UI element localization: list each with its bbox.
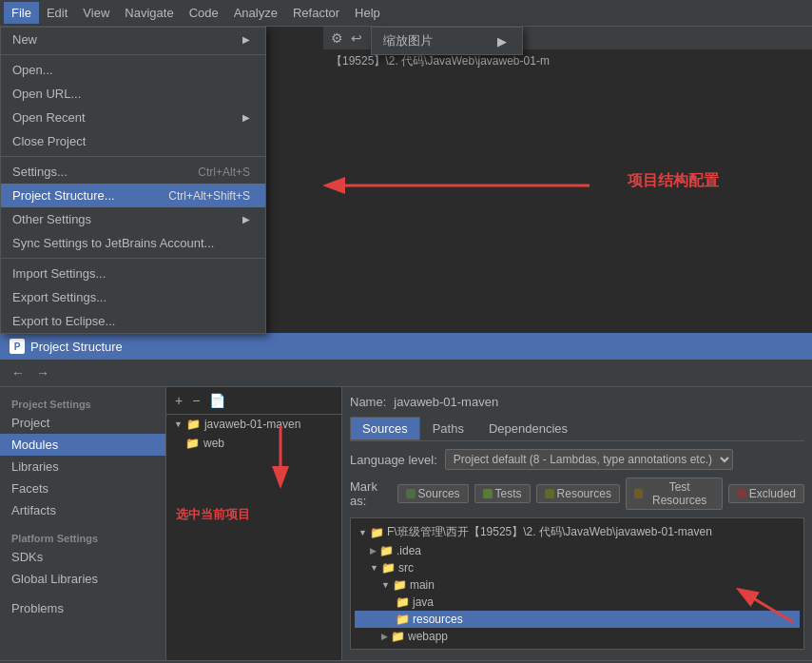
gear-icon-1[interactable]: ⚙	[331, 30, 343, 46]
sidebar-item-project[interactable]: Project	[0, 412, 165, 434]
lang-select[interactable]: Project default (8 - Lambdas, type annot…	[445, 449, 733, 470]
menu-item-settings[interactable]: Settings... Ctrl+Alt+S	[1, 160, 265, 184]
separator-3	[1, 258, 265, 259]
sidebar-item-facets[interactable]: Facets	[0, 478, 165, 499]
dialog-body: Project Settings Project Modules Librari…	[0, 387, 812, 660]
sidebar-item-problems[interactable]: Problems	[0, 597, 165, 619]
separator-1	[1, 54, 265, 55]
dialog-icon: P	[10, 339, 25, 354]
menu-view[interactable]: View	[75, 2, 117, 24]
menu-item-project-structure[interactable]: Project Structure... Ctrl+Alt+Shift+S	[1, 184, 265, 207]
lang-row: Language level: Project default (8 - Lam…	[350, 449, 804, 470]
menu-item-other-settings[interactable]: Other Settings ▶	[1, 207, 265, 231]
name-label: Name:	[350, 395, 386, 409]
menu-item-import-settings[interactable]: Import Settings...	[1, 262, 265, 285]
tree-item-javaweb[interactable]: ▼ 📁 javaweb-01-maven	[166, 415, 341, 434]
tree-row-main[interactable]: ▼ 📁 main	[355, 576, 800, 594]
annotation-project-structure: 项目结构配置	[628, 171, 719, 191]
add-button[interactable]: +	[172, 391, 185, 410]
back-icon[interactable]: ↩	[351, 30, 362, 46]
right-panel: Name: javaweb-01-maven Sources Paths Dep…	[342, 387, 812, 660]
nav-back-button[interactable]: ←	[8, 363, 29, 382]
nav-forward-button[interactable]: →	[32, 363, 53, 382]
mark-resources-button[interactable]: Resources	[536, 484, 620, 503]
tree-row-root[interactable]: ▼ 📁 F\班级管理\西开【19525】\2. 代码\JavaWeb\javaw…	[355, 522, 800, 542]
resources-icon	[545, 489, 554, 498]
menu-help[interactable]: Help	[347, 2, 388, 24]
left-panel: Project Settings Project Modules Librari…	[0, 387, 166, 660]
lang-label: Language level:	[350, 453, 437, 467]
submenu-zoom-image: 缩放图片 ▶	[371, 27, 523, 55]
tests-icon	[483, 489, 493, 498]
project-settings-label: Project Settings	[0, 395, 165, 412]
sources-icon	[406, 489, 416, 498]
file-tree: ▼ 📁 F\班级管理\西开【19525】\2. 代码\JavaWeb\javaw…	[350, 517, 804, 650]
menu-bar: File Edit View Navigate Code Analyze Ref…	[0, 0, 812, 27]
sidebar-item-sdks[interactable]: SDKs	[0, 546, 165, 568]
tree-item-web[interactable]: 📁 web	[166, 434, 341, 453]
tree-row-webapp[interactable]: ▶ 📁 webapp	[355, 628, 800, 645]
submenu-item-zoom[interactable]: 缩放图片 ▶	[372, 28, 522, 54]
menu-item-export-settings[interactable]: Export Settings...	[1, 285, 265, 309]
separator-2	[1, 156, 265, 157]
sidebar-item-libraries[interactable]: Libraries	[0, 456, 165, 478]
middle-panel: + − 📄 ▼ 📁 javaweb-01-maven 📁 web	[166, 387, 342, 660]
menu-item-sync-settings[interactable]: Sync Settings to JetBrains Account...	[1, 231, 265, 255]
copy-button[interactable]: 📄	[206, 391, 228, 410]
menu-item-close-project[interactable]: Close Project	[1, 129, 265, 153]
tree-row-resources[interactable]: 📁 resources	[355, 611, 800, 628]
mark-sources-button[interactable]: Sources	[397, 484, 469, 503]
sidebar-item-artifacts[interactable]: Artifacts	[0, 499, 165, 521]
mark-row: Mark as: Sources Tests Resources Test Re…	[350, 478, 804, 510]
sidebar-item-global-libraries[interactable]: Global Libraries	[0, 568, 165, 590]
tree-row-idea[interactable]: ▶ 📁 .idea	[355, 542, 800, 559]
tree-row-java[interactable]: 📁 java	[355, 594, 800, 611]
menu-navigate[interactable]: Navigate	[117, 2, 181, 24]
menu-edit[interactable]: Edit	[39, 2, 75, 24]
mark-tests-button[interactable]: Tests	[474, 484, 531, 503]
name-value: javaweb-01-maven	[394, 395, 498, 409]
mark-label: Mark as:	[350, 479, 392, 508]
middle-toolbar: + − 📄	[166, 387, 341, 415]
mark-excluded-button[interactable]: Excluded	[728, 484, 804, 503]
project-structure-dialog: P Project Structure ← → Project Settings…	[0, 333, 812, 663]
dialog-titlebar: P Project Structure	[0, 333, 812, 360]
name-row: Name: javaweb-01-maven	[350, 395, 804, 409]
menu-file[interactable]: File	[4, 2, 39, 24]
remove-button[interactable]: −	[189, 391, 203, 410]
file-dropdown-menu: New ▶ Open... Open URL... Open Recent ▶ …	[0, 27, 266, 334]
menu-analyze[interactable]: Analyze	[226, 2, 285, 24]
tree-row-src[interactable]: ▼ 📁 src	[355, 559, 800, 576]
menu-item-open-url[interactable]: Open URL...	[1, 82, 265, 106]
excluded-icon	[737, 489, 746, 498]
mark-test-resources-button[interactable]: Test Resources	[626, 478, 723, 510]
tab-dependencies[interactable]: Dependencies	[476, 417, 580, 440]
tab-paths[interactable]: Paths	[420, 417, 476, 440]
dialog-nav: ← →	[0, 360, 812, 387]
menu-item-open-recent[interactable]: Open Recent ▶	[1, 106, 265, 129]
editor-area: ⚙ ↩ ⚙ | 【19525】\2. 代码\JavaWeb\javaweb-01…	[323, 27, 812, 333]
menu-item-new[interactable]: New ▶	[1, 28, 265, 51]
menu-item-export-eclipse[interactable]: Export to Eclipse...	[1, 309, 265, 333]
tabs-row: Sources Paths Dependencies	[350, 417, 804, 441]
menu-code[interactable]: Code	[182, 2, 226, 24]
menu-item-open[interactable]: Open...	[1, 58, 265, 82]
menu-refactor[interactable]: Refactor	[285, 2, 347, 24]
platform-settings-label: Platform Settings	[0, 529, 165, 546]
sidebar-item-modules[interactable]: Modules	[0, 434, 165, 456]
annotation-select-project: 选中当前项目	[176, 506, 250, 523]
tab-sources[interactable]: Sources	[350, 417, 420, 440]
ide-top-section: File Edit View Navigate Code Analyze Ref…	[0, 0, 812, 333]
dialog-title: Project Structure	[30, 340, 123, 354]
test-resources-icon	[634, 489, 643, 498]
